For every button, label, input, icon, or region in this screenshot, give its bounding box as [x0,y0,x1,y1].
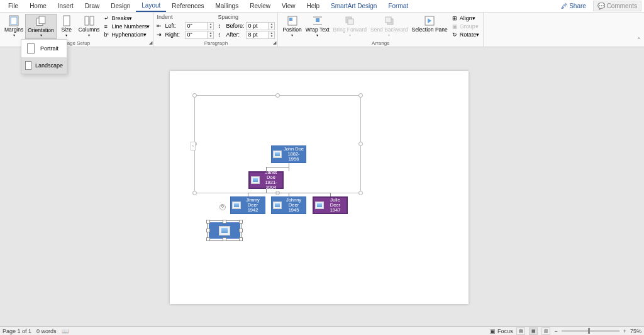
svg-rect-6 [90,16,94,25]
text-pane-toggle[interactable]: ‹ [191,142,196,150]
tab-home[interactable]: Home [24,1,52,11]
align-button[interactable]: ⊞Align ▾ [451,14,481,22]
word-count[interactable]: 0 words [36,328,57,334]
send-backward-icon [384,15,395,26]
indent-right-spinner[interactable]: ⇥ Right: ▲▼ [157,30,214,39]
document-canvas[interactable]: ‹ John Doe1882-1956 Janet Doe1921-2004 J… [0,47,644,326]
spacing-after-input[interactable] [246,31,269,39]
spacing-before-input[interactable] [246,22,269,30]
org-node-selected[interactable] [208,221,242,240]
size-button[interactable]: Size ▾ [57,14,77,39]
org-node[interactable]: Julie Deer1947 [313,196,348,214]
web-layout-button[interactable]: ▥ [541,327,550,335]
spinner-buttons[interactable]: ▲▼ [269,31,275,39]
bring-forward-button[interactable]: Bring Forward▾ [331,14,369,39]
orientation-portrait-item[interactable]: Portrait [21,40,67,57]
breaks-button[interactable]: ⤶Breaks ▾ [103,14,151,22]
rotate-icon: ↻ [452,31,458,38]
orientation-landscape-item[interactable]: Landscape [21,57,67,74]
selection-pane-button[interactable]: Selection Pane [410,14,450,39]
indent-left-input[interactable] [185,22,208,30]
rotate-button[interactable]: ↻Rotate ▾ [451,30,481,38]
orientation-button[interactable]: Orientation ▾ [25,14,57,39]
page-setup-launcher-icon[interactable]: ◢ [149,40,152,45]
spinner-buttons[interactable]: ▲▼ [208,31,214,39]
picture-icon [219,226,230,236]
tab-review[interactable]: Review [244,1,276,11]
paragraph-group-label: Paragraph [154,40,277,46]
svg-rect-8 [289,18,292,21]
align-icon: ⊞ [452,15,458,21]
org-node[interactable]: Jimmy Deer1942 [230,196,265,214]
rotate-label: Rotate [460,31,477,38]
rotate-handle[interactable] [219,204,226,210]
resize-handle[interactable] [239,220,243,224]
wrap-text-button[interactable]: Wrap Text▾ [304,14,331,39]
spinner-buttons[interactable]: ▲▼ [208,22,214,30]
org-node[interactable]: John Doe1882-1956 [271,145,306,163]
comments-button[interactable]: 💬 Comments [593,1,641,11]
spacing-before-spinner[interactable]: ↕ Before: ▲▼ [218,21,275,30]
columns-button[interactable]: Columns ▾ [77,14,102,39]
page-indicator[interactable]: Page 1 of 1 [3,328,31,334]
resize-handle[interactable] [358,93,363,98]
org-node[interactable]: Johnny Deer1945 [271,196,306,214]
zoom-in-button[interactable]: + [623,328,626,334]
spellcheck-icon[interactable]: 📖 [62,328,69,334]
connector [266,167,289,168]
tab-smartart-design[interactable]: SmartArt Design [325,1,382,11]
columns-label: Columns [79,27,100,33]
send-backward-button[interactable]: Send Backward▾ [369,14,410,39]
node-years: 1942 [248,207,258,213]
read-mode-button[interactable]: ▤ [516,327,525,335]
print-layout-button[interactable]: ▦ [529,327,538,335]
zoom-thumb[interactable] [588,328,590,334]
indent-right-input[interactable] [185,31,208,39]
resize-handle[interactable] [239,229,243,232]
tab-format[interactable]: Format [382,1,414,11]
node-name: Janet Doe [265,169,277,180]
tab-insert[interactable]: Insert [52,1,79,11]
zoom-level[interactable]: 75% [630,328,641,334]
resize-handle[interactable] [192,93,197,98]
tab-view[interactable]: View [276,1,301,11]
indent-left-label: Left: [165,23,185,29]
svg-rect-4 [64,16,70,26]
spinner-buttons[interactable]: ▲▼ [269,22,275,30]
org-node[interactable]: Janet Doe1921-2004 [248,171,284,189]
resize-handle[interactable] [206,229,210,232]
resize-handle[interactable] [239,237,243,241]
resize-handle[interactable] [223,220,226,224]
zoom-slider[interactable] [562,330,619,332]
zoom-out-button[interactable]: − [554,328,557,334]
collapse-ribbon-icon[interactable]: ⌃ [636,37,641,43]
hyphenation-button[interactable]: bᶜHyphenation ▾ [103,30,151,38]
margins-button[interactable]: Margins ▾ [3,14,25,39]
tab-help[interactable]: Help [301,1,325,11]
group-button[interactable]: ▣Group ▾ [451,22,481,30]
spacing-after-icon: ↕ [218,31,225,38]
resize-handle[interactable] [358,142,363,146]
selection-pane-label: Selection Pane [412,27,448,33]
tab-file[interactable]: File [3,1,24,11]
spacing-after-spinner[interactable]: ↕ After: ▲▼ [218,30,275,39]
chevron-down-icon: ▾ [65,33,67,37]
paragraph-launcher-icon[interactable]: ◢ [273,40,276,45]
position-button[interactable]: Position▾ [280,14,303,39]
resize-handle[interactable] [223,237,226,241]
tab-design[interactable]: Design [105,1,136,11]
tab-references[interactable]: References [166,1,209,11]
resize-handle[interactable] [206,220,210,224]
resize-handle[interactable] [192,191,197,195]
tab-layout[interactable]: Layout [136,0,166,12]
resize-handle[interactable] [358,191,363,195]
resize-handle[interactable] [275,93,280,98]
margins-label: Margins [4,27,23,33]
tab-draw[interactable]: Draw [79,1,105,11]
focus-mode-button[interactable]: ▣ Focus [490,328,513,334]
resize-handle[interactable] [206,237,210,241]
tab-mailings[interactable]: Mailings [209,1,244,11]
line-numbers-button[interactable]: ≡Line Numbers ▾ [103,22,151,30]
share-button[interactable]: 🖉 Share [557,1,590,11]
indent-left-spinner[interactable]: ⇤ Left: ▲▼ [157,21,214,30]
